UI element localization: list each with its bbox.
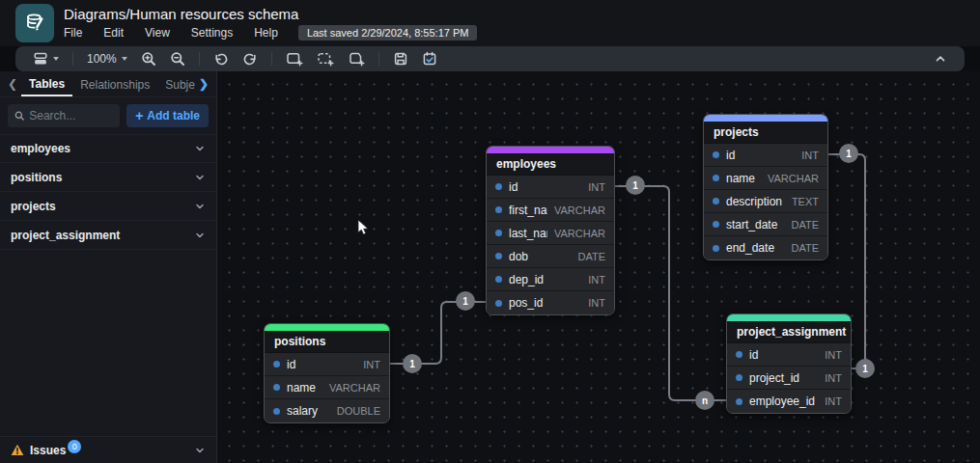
chevron-down-icon[interactable] [194, 172, 206, 183]
field-connection-dot[interactable] [495, 230, 502, 236]
chevron-down-icon[interactable] [194, 143, 206, 154]
issues-bar[interactable]: Issues 0 [0, 436, 216, 463]
table-title[interactable]: projects [704, 122, 827, 144]
tab-tables[interactable]: Tables [21, 72, 72, 96]
menu-edit[interactable]: Edit [95, 25, 132, 41]
sidebar-item-projects[interactable]: projects [0, 192, 216, 221]
field-connection-dot[interactable] [736, 351, 742, 358]
table-employees[interactable]: employeesidINTfirst_nameVARCHARlast_name… [486, 146, 615, 315]
add-note-button[interactable] [342, 48, 371, 69]
field-row[interactable]: first_nameVARCHAR [487, 199, 614, 222]
field-row[interactable]: project_idINT [727, 367, 851, 390]
field-name: id [749, 348, 818, 362]
field-row[interactable]: pos_idINT [487, 291, 614, 314]
undo-button[interactable] [208, 48, 235, 69]
field-type: INT [825, 349, 842, 361]
sidebar-item-label: positions [11, 171, 62, 184]
field-row[interactable]: nameVARCHAR [704, 167, 827, 190]
menu-file[interactable]: File [64, 25, 91, 41]
field-row[interactable]: descriptionTEXT [704, 190, 827, 213]
field-name: name [287, 381, 322, 395]
field-connection-dot[interactable] [273, 408, 280, 415]
zoom-in-button[interactable] [135, 48, 162, 69]
table-positions[interactable]: positionsidINTnameVARCHARsalaryDOUBLE [264, 323, 390, 423]
chevron-down-icon[interactable] [194, 445, 206, 456]
field-type: VARCHAR [554, 204, 605, 216]
tab-subject-are[interactable]: Subject Are [157, 73, 195, 95]
redo-button[interactable] [237, 48, 264, 69]
field-connection-dot[interactable] [713, 245, 719, 252]
sidebar-item-label: employees [11, 142, 70, 155]
tabs-scroll-left-button[interactable]: ❮ [4, 77, 21, 91]
field-row[interactable]: dep_idINT [487, 268, 614, 291]
field-row[interactable]: nameVARCHAR [265, 376, 389, 399]
tabs-scroll-right-button[interactable]: ❯ [195, 77, 212, 91]
tab-relationships[interactable]: Relationships [72, 73, 157, 95]
cardinality-label: n [702, 395, 708, 406]
table-title[interactable]: employees [487, 153, 614, 176]
field-connection-dot[interactable] [713, 221, 719, 228]
table-title[interactable]: positions [265, 331, 389, 353]
field-connection-dot[interactable] [713, 175, 719, 181]
chevron-up-icon [934, 52, 947, 66]
field-row[interactable]: idINT [487, 176, 614, 199]
field-row[interactable]: start_dateDATE [704, 213, 827, 236]
field-row[interactable]: idINT [727, 343, 851, 367]
page-title[interactable]: Diagrams/Human resources schema [64, 5, 477, 23]
zoom-out-button[interactable] [164, 48, 191, 69]
field-connection-dot[interactable] [495, 183, 502, 190]
table-projects[interactable]: projectsidINTnameVARCHARdescriptionTEXTs… [703, 114, 828, 260]
field-name: salary [287, 404, 330, 418]
table-project_assignment[interactable]: project_assignmentidINTproject_idINTempl… [726, 313, 852, 414]
field-name: id [509, 180, 581, 194]
add-table-button[interactable]: + Add table [126, 104, 209, 127]
field-row[interactable]: last_nameVARCHAR [487, 222, 614, 245]
field-type: INT [825, 395, 842, 407]
field-connection-dot[interactable] [495, 253, 502, 259]
diagram-canvas[interactable]: 1n1111 employeesidINTfirst_nameVARCHARla… [217, 71, 980, 463]
field-connection-dot[interactable] [713, 151, 719, 158]
menu-view[interactable]: View [136, 25, 179, 41]
field-connection-dot[interactable] [736, 374, 742, 381]
field-connection-dot[interactable] [273, 361, 280, 368]
add-table-tool-button[interactable] [280, 48, 309, 69]
field-row[interactable]: salaryDOUBLE [265, 399, 389, 422]
collapse-toolbar-button[interactable] [928, 49, 953, 68]
menu-help[interactable]: Help [245, 25, 287, 41]
sidebar-item-project_assignment[interactable]: project_assignment [0, 221, 216, 250]
chevron-down-icon[interactable] [194, 230, 206, 241]
todo-button[interactable] [416, 48, 443, 69]
zoom-level-dropdown[interactable]: 100% [81, 49, 133, 68]
add-area-button[interactable] [311, 48, 340, 69]
sidebar-item-positions[interactable]: positions [0, 163, 216, 192]
table-title[interactable]: project_assignment [727, 321, 851, 343]
field-connection-dot[interactable] [495, 276, 502, 283]
field-row[interactable]: idINT [704, 144, 827, 167]
table-color-stripe [704, 115, 827, 122]
diagram-menu-button[interactable] [27, 48, 65, 69]
relationship-line[interactable] [390, 302, 486, 364]
sidebar-item-label: project_assignment [11, 229, 120, 242]
plus-icon: + [135, 109, 143, 123]
save-button[interactable] [387, 48, 414, 69]
field-row[interactable]: end_dateDATE [704, 236, 827, 259]
field-row[interactable]: employee_idINT [727, 390, 851, 413]
chevron-down-icon[interactable] [194, 201, 206, 212]
toolbar-divider [271, 52, 272, 66]
field-row[interactable]: idINT [265, 353, 389, 376]
sidebar-item-employees[interactable]: employees [0, 134, 216, 163]
field-connection-dot[interactable] [736, 398, 742, 405]
field-connection-dot[interactable] [495, 300, 502, 307]
field-row[interactable]: dobDATE [487, 245, 614, 268]
app-header: Diagrams/Human resources schema FileEdit… [0, 0, 980, 46]
menu-settings[interactable]: Settings [182, 25, 241, 41]
cardinality-label: 1 [862, 364, 868, 374]
table-color-stripe [265, 324, 389, 331]
cardinality-label: 1 [846, 149, 852, 159]
search-box[interactable] [8, 104, 120, 127]
sidebar-item-label: projects [11, 200, 56, 213]
search-input[interactable] [29, 109, 113, 123]
field-connection-dot[interactable] [273, 384, 280, 391]
field-connection-dot[interactable] [495, 206, 502, 213]
field-connection-dot[interactable] [713, 198, 719, 204]
